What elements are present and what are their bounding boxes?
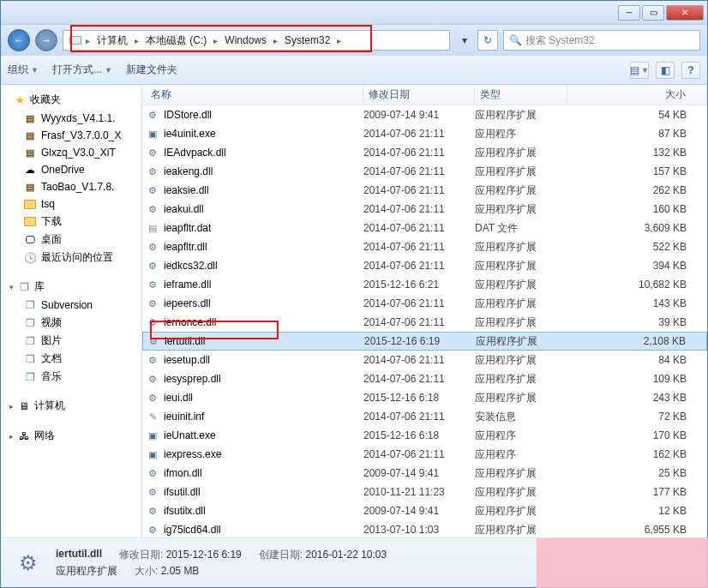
- file-name: iernonce.dll: [164, 316, 216, 328]
- file-row[interactable]: iepeers.dll 2014-07-06 21:11 应用程序扩展 143 …: [142, 294, 707, 313]
- open-with-menu[interactable]: 打开方式...▼: [52, 63, 112, 77]
- file-row[interactable]: ieaksie.dll 2014-07-06 21:11 应用程序扩展 262 …: [142, 181, 707, 200]
- nav-forward-button[interactable]: →: [35, 29, 57, 51]
- library-icon: ❐: [17, 280, 31, 294]
- file-row[interactable]: ie4uinit.exe 2014-07-06 21:11 应用程序 87 KB: [142, 124, 707, 143]
- breadcrumb-dropdown[interactable]: ▾: [455, 30, 472, 51]
- column-name[interactable]: 名称: [146, 85, 363, 105]
- sidebar-item[interactable]: ❐文档: [8, 350, 141, 368]
- file-row[interactable]: ieakeng.dll 2014-07-06 21:11 应用程序扩展 157 …: [142, 162, 707, 181]
- file-type: DAT 文件: [475, 221, 567, 236]
- new-folder-button[interactable]: 新建文件夹: [126, 63, 177, 77]
- file-row[interactable]: IDStore.dll 2009-07-14 9:41 应用程序扩展 54 KB: [142, 105, 707, 124]
- dll-icon: [146, 353, 159, 367]
- column-headers: 名称 修改日期 类型 大小: [142, 85, 707, 105]
- file-row[interactable]: ifsutil.dll 2010-11-21 11:23 应用程序扩展 177 …: [142, 483, 707, 501]
- dll-icon: [146, 259, 159, 273]
- sidebar-item[interactable]: ❐视频: [8, 314, 141, 332]
- dll-icon: [146, 297, 159, 310]
- chevron-right-icon: ▸: [337, 36, 341, 45]
- explorer-window: ─ ▭ ✕ ← → ▸ 计算机 ▸ 本地磁盘 (C:) ▸ Windows ▸ …: [0, 0, 708, 588]
- minimize-button[interactable]: ─: [618, 5, 640, 21]
- sidebar-item[interactable]: 🕓最近访问的位置: [8, 249, 141, 267]
- file-row[interactable]: ieapfltr.dat 2014-07-06 21:11 DAT 文件 3,6…: [142, 219, 707, 237]
- breadcrumb-computer[interactable]: 计算机: [93, 33, 131, 48]
- sidebar-item[interactable]: ▤Frasf_V3.7.0.0_X: [8, 127, 141, 144]
- sidebar-item[interactable]: ❐图片: [8, 332, 141, 350]
- view-options-button[interactable]: ▤▼: [630, 62, 649, 79]
- computer-header[interactable]: ▸ 🖥 计算机: [8, 396, 141, 416]
- address-bar: ← → ▸ 计算机 ▸ 本地磁盘 (C:) ▸ Windows ▸ System…: [1, 25, 707, 56]
- sidebar-item[interactable]: 下载: [8, 213, 141, 231]
- file-type: 应用程序扩展: [475, 183, 567, 198]
- refresh-button[interactable]: ↻: [477, 30, 498, 51]
- sidebar-item[interactable]: ▤Glxzq_V3.0_XiT: [8, 144, 141, 161]
- help-button[interactable]: ?: [681, 62, 700, 79]
- breadcrumb-windows[interactable]: Windows: [221, 34, 270, 46]
- organize-menu[interactable]: 组织▼: [8, 63, 39, 77]
- sidebar-item[interactable]: ❐音乐: [8, 368, 141, 386]
- breadcrumb-system32[interactable]: System32: [281, 34, 333, 46]
- sidebar-item[interactable]: 🖵桌面: [8, 231, 141, 249]
- file-row[interactable]: ieapfltr.dll 2014-07-06 21:11 应用程序扩展 522…: [142, 237, 707, 256]
- file-row[interactable]: ifsutilx.dll 2009-07-14 9:41 应用程序扩展 12 K…: [142, 501, 707, 520]
- file-row[interactable]: ieUnatt.exe 2015-12-16 6:18 应用程序 170 KB: [142, 426, 707, 445]
- column-date[interactable]: 修改日期: [363, 85, 475, 105]
- file-row[interactable]: iesysprep.dll 2014-07-06 21:11 应用程序扩展 10…: [142, 369, 707, 388]
- file-row[interactable]: iernonce.dll 2014-07-06 21:11 应用程序扩展 39 …: [142, 313, 707, 332]
- file-row[interactable]: iertutil.dll 2015-12-16 6:19 应用程序扩展 2,10…: [142, 332, 707, 351]
- file-size: 72 KB: [567, 411, 707, 423]
- sidebar-item-label: TaoBao_V1.7.8.: [41, 181, 114, 193]
- file-size: 25 KB: [567, 467, 707, 479]
- preview-pane-button[interactable]: ◧: [656, 62, 675, 79]
- file-date: 2015-12-16 6:21: [363, 279, 475, 291]
- dll-icon: [146, 240, 159, 254]
- sidebar-item[interactable]: tsq: [8, 195, 141, 213]
- titlebar: ─ ▭ ✕: [1, 1, 707, 25]
- file-date: 2014-07-06 21:11: [363, 222, 475, 234]
- sidebar-item[interactable]: ▤TaoBao_V1.7.8.: [8, 178, 141, 195]
- file-size: 39 KB: [567, 316, 707, 328]
- libraries-header[interactable]: ▾ ❐ 库: [8, 277, 141, 297]
- libraries-group: ▾ ❐ 库 ❐Subversion❐视频❐图片❐文档❐音乐: [8, 277, 141, 386]
- file-type: 应用程序扩展: [475, 485, 567, 500]
- network-header[interactable]: ▸ 🖧 网络: [8, 426, 141, 446]
- close-button[interactable]: ✕: [666, 5, 704, 21]
- nav-back-button[interactable]: ←: [8, 29, 30, 51]
- file-row[interactable]: IEAdvpack.dll 2014-07-06 21:11 应用程序扩展 13…: [142, 143, 707, 162]
- dll-icon: [146, 315, 159, 329]
- file-row[interactable]: ig75icd64.dll 2013-07-10 1:03 应用程序扩展 6,9…: [142, 520, 707, 537]
- chevron-down-icon: ▾: [9, 283, 14, 291]
- column-type[interactable]: 类型: [475, 85, 567, 105]
- file-row[interactable]: iexpress.exe 2014-07-06 21:11 应用程序 162 K…: [142, 445, 707, 464]
- file-row[interactable]: ieuinit.inf 2014-07-06 21:11 安装信息 72 KB: [142, 407, 707, 426]
- sidebar-item[interactable]: ❐Subversion: [8, 297, 141, 314]
- dll-icon: [146, 523, 159, 537]
- file-list-pane: 名称 修改日期 类型 大小 IDStore.dll 2009-07-14 9:4…: [142, 85, 707, 537]
- file-row[interactable]: ieframe.dll 2015-12-16 6:21 应用程序扩展 10,68…: [142, 275, 707, 294]
- file-date: 2014-07-06 21:11: [363, 260, 475, 272]
- file-date: 2014-07-06 21:11: [363, 147, 475, 159]
- search-input[interactable]: 🔍 搜索 System32: [503, 30, 700, 51]
- file-size: 177 KB: [567, 486, 707, 498]
- file-type: 应用程序扩展: [476, 334, 568, 349]
- breadcrumb[interactable]: ▸ 计算机 ▸ 本地磁盘 (C:) ▸ Windows ▸ System32 ▸: [63, 30, 450, 51]
- maximize-button[interactable]: ▭: [642, 5, 664, 21]
- file-name: ieUnatt.exe: [164, 429, 216, 441]
- column-size[interactable]: 大小: [567, 85, 707, 105]
- file-row[interactable]: ieui.dll 2015-12-16 6:18 应用程序扩展 243 KB: [142, 388, 707, 407]
- network-icon: 🖧: [17, 429, 31, 443]
- file-type: 应用程序: [475, 429, 567, 443]
- breadcrumb-drive[interactable]: 本地磁盘 (C:): [142, 33, 210, 48]
- sidebar-item[interactable]: ▤Wyyxds_V4.1.1.: [8, 110, 141, 127]
- file-row[interactable]: ifmon.dll 2009-07-14 9:41 应用程序扩展 25 KB: [142, 464, 707, 483]
- file-row[interactable]: iesetup.dll 2014-07-06 21:11 应用程序扩展 84 K…: [142, 351, 707, 369]
- file-name: ieaksie.dll: [164, 184, 209, 196]
- file-name: iepeers.dll: [164, 297, 211, 309]
- file-row[interactable]: ieakui.dll 2014-07-06 21:11 应用程序扩展 160 K…: [142, 200, 707, 219]
- file-size: 10,682 KB: [567, 279, 707, 291]
- favorites-header[interactable]: ★ 收藏夹: [8, 90, 141, 110]
- sidebar-item-label: OneDrive: [41, 164, 85, 176]
- sidebar-item[interactable]: ☁OneDrive: [8, 161, 141, 178]
- file-row[interactable]: iedkcs32.dll 2014-07-06 21:11 应用程序扩展 394…: [142, 256, 707, 275]
